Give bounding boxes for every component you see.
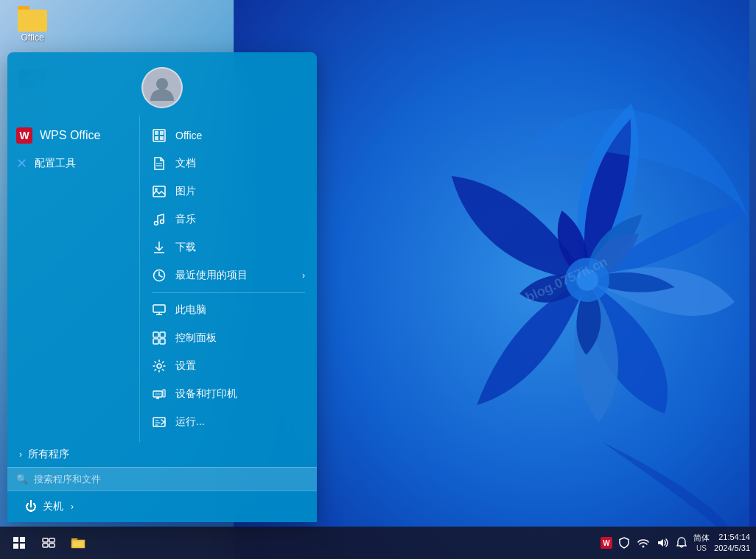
wps-logo: W — [16, 127, 32, 144]
menu-item-settings[interactable]: 设置 — [140, 352, 317, 380]
svg-rect-10 — [155, 131, 158, 135]
taskbar-clock[interactable]: 21:54:14 2024/5/31 — [714, 532, 750, 555]
svg-point-19 — [161, 220, 164, 224]
menu-item-recent[interactable]: 最近使用的项目 › — [140, 261, 317, 289]
menu-item-this-pc[interactable]: 此电脑 — [140, 296, 317, 324]
svg-rect-29 — [160, 339, 165, 344]
wps-tray-icon[interactable]: W — [601, 537, 612, 549]
language-indicator[interactable]: 简体 US — [693, 532, 710, 552]
power-icon: ⏻ — [25, 500, 37, 513]
run-label: 运行... — [175, 415, 205, 429]
wps-label: WPS Office — [40, 129, 100, 142]
svg-rect-44 — [49, 544, 55, 547]
documents-icon — [152, 156, 167, 171]
menu-item-downloads[interactable]: 下载 — [140, 233, 317, 261]
recent-chevron: › — [302, 270, 305, 281]
menu-item-pictures[interactable]: 图片 — [140, 177, 317, 205]
office-menu-icon — [152, 128, 167, 143]
svg-rect-39 — [13, 544, 18, 549]
taskbar: W — [0, 527, 756, 559]
this-pc-menu-label: 此电脑 — [175, 303, 206, 317]
user-area — [7, 52, 317, 116]
volume-tray-icon[interactable] — [655, 535, 670, 550]
search-icon: 🔍 — [16, 474, 28, 485]
control-panel-label: 控制面板 — [175, 331, 217, 345]
svg-rect-32 — [155, 393, 161, 395]
office-menu-label: Office — [175, 130, 202, 141]
run-icon — [152, 415, 167, 429]
config-tool-item[interactable]: ✕ 配置工具 — [7, 150, 139, 177]
config-icon: ✕ — [16, 155, 27, 172]
start-button[interactable] — [6, 530, 32, 556]
music-icon — [152, 212, 167, 227]
language-secondary: US — [693, 544, 710, 553]
pictures-label: 图片 — [175, 185, 196, 198]
svg-point-46 — [643, 546, 645, 548]
menu-item-run[interactable]: 运行... — [140, 408, 317, 436]
start-content: W WPS Office ✕ 配置工具 — [7, 116, 317, 442]
svg-rect-26 — [153, 332, 158, 337]
recent-icon — [152, 268, 167, 283]
svg-rect-43 — [43, 544, 48, 547]
desktop: blog.0757it.cn Office 此电脑 — [0, 0, 756, 559]
office-folder-icon[interactable]: Office — [6, 6, 59, 43]
svg-point-8 — [156, 78, 168, 90]
svg-rect-33 — [163, 390, 165, 397]
svg-rect-45 — [73, 541, 83, 546]
user-avatar[interactable] — [141, 67, 183, 108]
search-bar[interactable]: 🔍 — [7, 467, 317, 491]
svg-point-2 — [576, 269, 598, 291]
svg-rect-41 — [43, 538, 48, 542]
this-pc-menu-icon — [152, 303, 167, 317]
menu-item-documents[interactable]: 文档 — [140, 150, 317, 177]
language-primary: 简体 — [693, 532, 710, 543]
settings-label: 设置 — [175, 359, 196, 373]
svg-rect-28 — [153, 339, 158, 344]
all-programs-chevron: › — [19, 449, 22, 460]
wps-office-item[interactable]: W WPS Office — [7, 122, 139, 150]
start-left-column: W WPS Office ✕ 配置工具 — [7, 116, 140, 442]
menu-separator-1 — [152, 292, 305, 293]
menu-item-office[interactable]: Office — [140, 122, 317, 150]
folder-graphic — [18, 6, 47, 32]
menu-item-music[interactable]: 音乐 — [140, 205, 317, 233]
menu-item-control-panel[interactable]: 控制面板 — [140, 324, 317, 352]
downloads-label: 下载 — [175, 241, 196, 254]
start-bottom: ⏻ 关机 › — [7, 491, 317, 522]
all-programs-row[interactable]: › 所有程序 — [7, 442, 317, 467]
svg-point-30 — [157, 364, 161, 368]
svg-rect-23 — [153, 305, 165, 312]
music-label: 音乐 — [175, 213, 196, 226]
taskbar-left — [6, 530, 62, 556]
notification-tray-icon[interactable] — [674, 535, 689, 550]
start-right-column: Office 文档 — [140, 116, 317, 442]
power-label: 关机 — [43, 500, 63, 513]
menu-item-devices[interactable]: 设备和打印机 — [140, 380, 317, 408]
power-chevron: › — [71, 502, 74, 512]
svg-rect-40 — [20, 544, 25, 549]
svg-rect-12 — [155, 136, 158, 140]
settings-menu-icon — [152, 359, 167, 373]
network-tray-icon[interactable] — [636, 535, 651, 550]
svg-rect-36 — [153, 418, 165, 426]
downloads-icon — [152, 240, 167, 255]
svg-rect-37 — [13, 537, 18, 542]
search-input[interactable] — [34, 474, 308, 485]
start-menu: W WPS Office ✕ 配置工具 — [7, 52, 317, 522]
recent-label: 最近使用的项目 — [175, 269, 248, 282]
devices-label: 设备和打印机 — [175, 387, 237, 401]
svg-rect-27 — [160, 332, 165, 337]
all-programs-label: 所有程序 — [28, 448, 69, 461]
svg-rect-11 — [160, 131, 164, 135]
security-tray-icon[interactable] — [617, 535, 631, 550]
svg-rect-13 — [160, 136, 164, 140]
file-explorer-taskbar[interactable] — [65, 530, 91, 556]
power-row[interactable]: ⏻ 关机 › — [19, 497, 80, 516]
devices-icon — [152, 387, 167, 401]
control-panel-icon — [152, 331, 167, 345]
config-label: 配置工具 — [35, 157, 76, 170]
task-view-button[interactable] — [35, 530, 62, 556]
clock-time: 21:54:14 — [714, 532, 750, 543]
svg-rect-42 — [49, 538, 55, 542]
pictures-icon — [152, 184, 167, 199]
